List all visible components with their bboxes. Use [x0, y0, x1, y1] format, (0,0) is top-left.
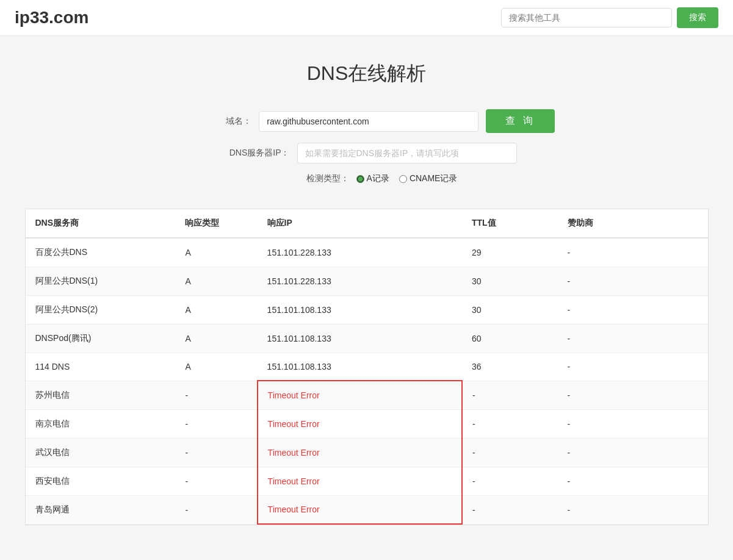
radio-a-input[interactable]: [356, 175, 364, 183]
dns-server-label: DNS服务器IP：: [217, 148, 290, 159]
table-row: 阿里公共DNS(1)A151.101.228.13330-: [26, 267, 708, 296]
cell-sponsor: -: [558, 467, 708, 495]
table-row: 南京电信-Timeout Error--: [26, 409, 708, 438]
cell-dns: 西安电信: [26, 467, 176, 495]
cell-type: -: [175, 495, 257, 524]
record-type-group: A记录 CNAME记录: [356, 173, 458, 184]
cell-ip: Timeout Error: [258, 381, 462, 409]
cell-sponsor: -: [558, 267, 708, 296]
cell-dns: 苏州电信: [26, 381, 176, 409]
cell-ip: 151.101.228.133: [258, 267, 462, 296]
cell-ip: 151.101.228.133: [258, 238, 462, 267]
cell-dns: 114 DNS: [26, 353, 176, 381]
table-row: 武汉电信-Timeout Error--: [26, 438, 708, 467]
header-search-area: 搜索: [501, 7, 718, 28]
domain-label: 域名：: [178, 116, 251, 127]
type-label: 检测类型：: [276, 173, 349, 184]
table-row: 114 DNSA151.101.108.13336-: [26, 353, 708, 381]
cell-ip: Timeout Error: [258, 438, 462, 467]
site-logo: ip33.com: [15, 8, 88, 27]
radio-cname-input[interactable]: [399, 175, 407, 183]
cell-dns: 南京电信: [26, 409, 176, 438]
col-header-ttl: TTL值: [462, 209, 558, 238]
cell-sponsor: -: [558, 495, 708, 524]
cell-dns: 武汉电信: [26, 438, 176, 467]
table-header-row: DNS服务商 响应类型 响应IP TTL值 赞助商: [26, 209, 708, 238]
table-row: 青岛网通-Timeout Error--: [26, 495, 708, 524]
table-body: 百度公共DNSA151.101.228.13329-阿里公共DNS(1)A151…: [26, 238, 708, 524]
domain-row: 域名： 查 询: [178, 109, 554, 133]
cell-ttl: -: [462, 467, 558, 495]
cell-ip: 151.101.108.133: [258, 325, 462, 353]
cell-type: -: [175, 438, 257, 467]
cell-sponsor: -: [558, 296, 708, 325]
dns-server-input[interactable]: [297, 143, 517, 163]
col-header-dns: DNS服务商: [26, 209, 176, 238]
cell-type: A: [175, 353, 257, 381]
cell-ip: 151.101.108.133: [258, 296, 462, 325]
domain-input[interactable]: [259, 111, 478, 132]
record-type-row: 检测类型： A记录 CNAME记录: [276, 173, 458, 184]
cell-ttl: 30: [462, 296, 558, 325]
cell-dns: 阿里公共DNS(1): [26, 267, 176, 296]
radio-a-record[interactable]: A记录: [356, 173, 389, 184]
cell-sponsor: -: [558, 325, 708, 353]
page-title: DNS在线解析: [25, 60, 709, 87]
table-row: 阿里公共DNS(2)A151.101.108.13330-: [26, 296, 708, 325]
cell-ttl: -: [462, 438, 558, 467]
cell-ttl: 36: [462, 353, 558, 381]
col-header-type: 响应类型: [175, 209, 257, 238]
main-content: DNS在线解析 域名： 查 询 DNS服务器IP： 检测类型： A记录 CNAM…: [13, 36, 721, 537]
cell-sponsor: -: [558, 353, 708, 381]
cell-ttl: 60: [462, 325, 558, 353]
cell-ip: Timeout Error: [258, 467, 462, 495]
table-row: DNSPod(腾讯)A151.101.108.13360-: [26, 325, 708, 353]
query-button[interactable]: 查 询: [486, 109, 554, 133]
dns-server-row: DNS服务器IP：: [217, 143, 517, 163]
header-search-button[interactable]: 搜索: [677, 7, 718, 28]
header: ip33.com 搜索: [0, 0, 733, 36]
header-search-input[interactable]: [501, 8, 672, 27]
cell-ttl: -: [462, 381, 558, 409]
cell-type: -: [175, 467, 257, 495]
cell-sponsor: -: [558, 409, 708, 438]
dns-form: 域名： 查 询 DNS服务器IP： 检测类型： A记录 CNAME记录: [25, 109, 709, 184]
cell-dns: DNSPod(腾讯): [26, 325, 176, 353]
cell-ip: Timeout Error: [258, 409, 462, 438]
cell-type: -: [175, 381, 257, 409]
cell-ttl: 30: [462, 267, 558, 296]
cell-type: A: [175, 296, 257, 325]
cell-dns: 青岛网通: [26, 495, 176, 524]
results-table-wrap: DNS服务商 响应类型 响应IP TTL值 赞助商 百度公共DNSA151.10…: [25, 209, 709, 525]
radio-cname-label: CNAME记录: [410, 173, 458, 184]
table-row: 百度公共DNSA151.101.228.13329-: [26, 238, 708, 267]
cell-type: A: [175, 238, 257, 267]
radio-a-label: A记录: [367, 173, 389, 184]
cell-type: A: [175, 325, 257, 353]
cell-sponsor: -: [558, 438, 708, 467]
cell-type: -: [175, 409, 257, 438]
cell-sponsor: -: [558, 238, 708, 267]
table-row: 西安电信-Timeout Error--: [26, 467, 708, 495]
cell-ttl: -: [462, 495, 558, 524]
cell-dns: 百度公共DNS: [26, 238, 176, 267]
results-table: DNS服务商 响应类型 响应IP TTL值 赞助商 百度公共DNSA151.10…: [26, 209, 708, 525]
col-header-sponsor: 赞助商: [558, 209, 708, 238]
cell-ttl: 29: [462, 238, 558, 267]
cell-ttl: -: [462, 409, 558, 438]
radio-cname-record[interactable]: CNAME记录: [399, 173, 458, 184]
col-header-ip: 响应IP: [258, 209, 462, 238]
cell-type: A: [175, 267, 257, 296]
cell-ip: Timeout Error: [258, 495, 462, 524]
cell-sponsor: -: [558, 381, 708, 409]
cell-ip: 151.101.108.133: [258, 353, 462, 381]
table-row: 苏州电信-Timeout Error--: [26, 381, 708, 409]
cell-dns: 阿里公共DNS(2): [26, 296, 176, 325]
